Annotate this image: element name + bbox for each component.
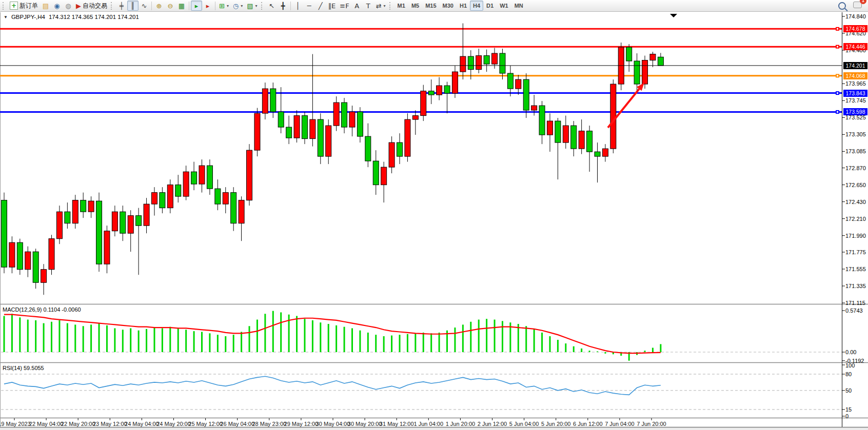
- toolbar-drag-handle[interactable]: [3, 2, 6, 10]
- line-chart-button[interactable]: ∿: [139, 1, 150, 11]
- clock-icon: ◷: [233, 3, 239, 9]
- tf-h4-button[interactable]: H4: [470, 1, 483, 11]
- window-bottom-edge: [0, 427, 868, 430]
- zoom-out-icon: ⊖: [168, 3, 173, 9]
- play-icon: ▶: [76, 3, 81, 9]
- arrows-icon: ⇄: [376, 3, 382, 9]
- macd-signal-line: [4, 315, 661, 353]
- cursor-icon: ↖: [269, 3, 274, 9]
- toolbar-drag-handle[interactable]: [111, 2, 114, 10]
- bar-chart-icon: ╪: [120, 3, 124, 9]
- text-label-button[interactable]: T: [363, 1, 374, 11]
- tf-mn-button[interactable]: MN: [511, 1, 526, 11]
- chevron-down-icon[interactable]: ▾: [384, 4, 386, 8]
- symbols-icon: ▤: [43, 3, 49, 9]
- chart-shift-button[interactable]: ▸: [202, 1, 213, 11]
- tf-m30-button[interactable]: M30: [440, 1, 457, 11]
- toolbar-drag-handle[interactable]: [261, 2, 265, 10]
- tf-d1-button[interactable]: D1: [483, 1, 497, 11]
- trendline-icon: ╱: [319, 3, 323, 9]
- candlestick-icon: ║: [131, 3, 135, 9]
- template-icon: ▧: [247, 3, 253, 9]
- hline-174.446[interactable]: [0, 45, 842, 49]
- community-icon: ◉: [54, 3, 60, 9]
- toolbar-divider: [151, 2, 152, 10]
- community-button[interactable]: ◉: [51, 1, 63, 11]
- auto-scroll-button[interactable]: ▸: [191, 1, 202, 11]
- vertical-line-button[interactable]: │: [292, 1, 304, 11]
- horizontal-line-button[interactable]: ─: [304, 1, 315, 11]
- indicators-button[interactable]: ⊞▾: [217, 1, 231, 11]
- templates-button[interactable]: ▧▾: [245, 1, 259, 11]
- tf-m1-button[interactable]: M1: [394, 1, 408, 11]
- zoom-in-button[interactable]: ⊕: [153, 1, 165, 11]
- bar-chart-button[interactable]: ╪: [116, 1, 127, 11]
- chevron-down-icon[interactable]: ▾: [241, 4, 243, 8]
- mt4-window: +新订单▤◉◍▶自动交易╪║∿⊕⊖▦▸▸⊞▾◷▾▧▾↖╋│─╱∥E≡FAT⇄▾M…: [0, 0, 868, 430]
- add-indicator-icon: ⊞: [219, 3, 225, 9]
- text-label-icon: T: [366, 3, 370, 9]
- tile-windows-button[interactable]: ▦: [176, 1, 187, 11]
- zoom-in-icon: ⊕: [156, 3, 162, 9]
- cursor-button[interactable]: ↖: [266, 1, 278, 11]
- symbols-button[interactable]: ▤: [40, 1, 51, 11]
- line-chart-icon: ∿: [142, 3, 147, 9]
- equidistant-channel-button[interactable]: ∥E: [326, 1, 338, 11]
- periods-button[interactable]: ◷▾: [231, 1, 245, 11]
- toolbar-divider: [189, 2, 189, 10]
- tf-w1-button[interactable]: W1: [497, 1, 511, 11]
- chart-canvas: [0, 0, 868, 430]
- signals-button[interactable]: ◍: [63, 1, 74, 11]
- notification-badge: 1: [860, 0, 866, 4]
- new-order-button-label: 新订单: [19, 2, 38, 10]
- candlestick-chart-button[interactable]: ║: [127, 1, 139, 11]
- search-icon[interactable]: [838, 2, 846, 10]
- trendline-button[interactable]: ╱: [315, 1, 326, 11]
- tile-windows-icon: ▦: [179, 3, 185, 9]
- arrows-button[interactable]: ⇄▾: [374, 1, 388, 11]
- toolbar-divider: [215, 2, 215, 10]
- chart-shift-icon: ▸: [206, 3, 210, 9]
- candles-series: [2, 24, 664, 295]
- zoom-out-button[interactable]: ⊖: [165, 1, 176, 11]
- text-icon: A: [354, 3, 359, 9]
- channel-icon: ∥E: [328, 3, 336, 9]
- toolbar: +新订单▤◉◍▶自动交易╪║∿⊕⊖▦▸▸⊞▾◷▾▧▾↖╋│─╱∥E≡FAT⇄▾M…: [0, 0, 868, 12]
- crosshair-icon: ╋: [281, 3, 285, 9]
- hline-174.678[interactable]: [0, 27, 842, 31]
- tf-h1-button[interactable]: H1: [457, 1, 470, 11]
- broadcast-icon: ◍: [65, 3, 71, 9]
- hline-174.068[interactable]: [0, 74, 842, 77]
- text-button[interactable]: A: [351, 1, 363, 11]
- tf-m5-button[interactable]: M5: [408, 1, 422, 11]
- toolbar-divider: [290, 2, 291, 10]
- new-order-icon: +: [10, 2, 18, 10]
- vertical-line-icon: │: [296, 3, 300, 9]
- horizontal-line-icon: ─: [307, 3, 311, 9]
- crosshair-button[interactable]: ╋: [278, 1, 289, 11]
- chart-shift-marker[interactable]: [670, 14, 677, 17]
- notifications-button[interactable]: 1: [853, 1, 862, 10]
- auto-scroll-icon: ▸: [195, 3, 199, 9]
- toolbar-drag-handle[interactable]: [389, 2, 393, 10]
- chevron-down-icon[interactable]: ▾: [255, 4, 258, 8]
- tf-m15-button[interactable]: M15: [422, 1, 439, 11]
- autotrading-button-label: 自动交易: [83, 2, 107, 10]
- chevron-down-icon[interactable]: ▾: [227, 4, 229, 8]
- rsi-line: [4, 376, 661, 395]
- fibonacci-icon: ≡F: [340, 3, 349, 9]
- autotrading-button[interactable]: ▶自动交易: [74, 1, 109, 11]
- new-order-button[interactable]: +新订单: [8, 1, 40, 11]
- fibonacci-button[interactable]: ≡F: [338, 1, 351, 11]
